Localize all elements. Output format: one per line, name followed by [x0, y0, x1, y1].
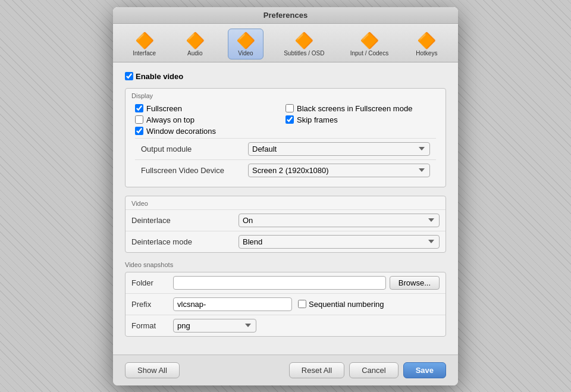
content-area: Enable video Display Fullscreen Always o… [113, 62, 458, 355]
audio-icon: 🔶 [186, 32, 205, 50]
skip-frames-checkbox[interactable] [286, 115, 294, 124]
save-button[interactable]: Save [403, 362, 446, 378]
fullscreen-device-control: Screen 1 (2560x1440) Screen 2 (1920x1080… [248, 164, 430, 177]
deinterlace-select[interactable]: Off On Automatic [239, 214, 440, 227]
deinterlace-row: Deinterlace Off On Automatic [126, 209, 445, 231]
toolbar-item-subtitles[interactable]: 🔶 Subtitles / OSD [278, 29, 330, 59]
deinterlace-mode-control: Blend Bob Discard Linear Mean X Yadif Ya… [239, 235, 440, 249]
toolbar-item-video[interactable]: 🔶 Video [228, 29, 263, 59]
sequential-label: Sequential numbering [309, 300, 384, 309]
bottom-right-buttons: Reset All Cancel Save [289, 362, 446, 378]
fullscreen-device-row: Fullscreen Video Device Screen 1 (2560x1… [135, 159, 436, 181]
fullscreen-row: Fullscreen [135, 104, 286, 113]
toolbar-item-input[interactable]: 🔶 Input / Codecs [345, 29, 394, 59]
deinterlace-mode-row: Deinterlace mode Blend Bob Discard Linea… [126, 231, 445, 252]
browse-button[interactable]: Browse... [390, 276, 440, 290]
sequential-check-row: Sequential numbering [298, 300, 384, 309]
deinterlace-mode-select[interactable]: Blend Bob Discard Linear Mean X Yadif Ya… [239, 235, 440, 249]
always-on-top-label: Always on top [146, 115, 194, 124]
black-screens-row: Black screens in Fullscreen mode [286, 104, 436, 113]
titlebar: Preferences [113, 7, 458, 24]
toolbar-item-audio[interactable]: 🔶 Audio [177, 29, 213, 59]
display-section: Display Fullscreen Always on top [125, 88, 446, 187]
toolbar-label-video: Video [238, 50, 253, 57]
checkboxes-right-col: Black screens in Fullscreen mode Skip fr… [286, 104, 436, 138]
toolbar-label-input: Input / Codecs [350, 50, 388, 57]
fullscreen-device-select[interactable]: Screen 1 (2560x1440) Screen 2 (1920x1080… [248, 164, 430, 177]
enable-video-label: Enable video [136, 72, 183, 81]
deinterlace-mode-label: Deinterlace mode [131, 237, 239, 246]
toolbar-label-audio: Audio [187, 50, 203, 57]
format-label: Format [131, 321, 173, 330]
folder-label: Folder [131, 278, 173, 287]
format-select[interactable]: png jpg tiff [173, 319, 256, 333]
folder-input[interactable] [173, 276, 386, 290]
snapshots-inner: Folder Browse... Prefix Sequential numbe… [125, 272, 446, 337]
sequential-checkbox[interactable] [298, 300, 306, 308]
toolbar-label-subtitles: Subtitles / OSD [284, 50, 324, 57]
input-icon: 🔶 [360, 32, 379, 50]
bottom-left-buttons: Show All [125, 362, 180, 378]
output-module-row: Output module Default OpenGL X11 DirectX [135, 138, 436, 159]
display-section-inner: Fullscreen Always on top Window decorati… [126, 102, 445, 187]
enable-video-row: Enable video [125, 72, 446, 81]
window-title: Preferences [263, 11, 308, 20]
snapshots-section-label: Video snapshots [125, 261, 446, 268]
toolbar-label-hotkeys: Hotkeys [416, 50, 437, 57]
black-screens-label: Black screens in Fullscreen mode [297, 104, 412, 113]
fullscreen-device-label: Fullscreen Video Device [141, 166, 248, 175]
snapshots-section: Video snapshots Folder Browse... Prefix … [125, 261, 446, 337]
enable-video-checkbox[interactable] [125, 72, 133, 80]
display-section-label: Display [126, 89, 445, 102]
toolbar-label-interface: Interface [133, 50, 156, 57]
window-decorations-row: Window decorations [135, 127, 286, 136]
subtitles-icon: 🔶 [294, 32, 313, 50]
format-row: Format png jpg tiff [126, 315, 445, 336]
prefix-input[interactable] [173, 297, 292, 311]
folder-row: Folder Browse... [126, 272, 445, 293]
deinterlace-control: Off On Automatic [239, 214, 440, 227]
interface-icon: 🔶 [135, 32, 154, 50]
output-module-control: Default OpenGL X11 DirectX [248, 142, 430, 156]
skip-frames-row: Skip frames [286, 115, 436, 124]
output-module-select[interactable]: Default OpenGL X11 DirectX [248, 142, 430, 156]
show-all-button[interactable]: Show All [125, 362, 180, 378]
window-decorations-label: Window decorations [146, 127, 216, 136]
toolbar-item-interface[interactable]: 🔶 Interface [127, 29, 162, 59]
black-screens-checkbox[interactable] [286, 104, 294, 112]
cancel-button[interactable]: Cancel [349, 362, 398, 378]
video-icon: 🔶 [236, 32, 255, 50]
window-decorations-checkbox[interactable] [135, 127, 143, 135]
video-section: Video Deinterlace Off On Automatic Deint… [125, 196, 446, 253]
checkboxes-two-col: Fullscreen Always on top Window decorati… [135, 104, 436, 138]
fullscreen-label: Fullscreen [146, 104, 182, 113]
prefix-label: Prefix [131, 300, 173, 309]
hotkeys-icon: 🔶 [417, 32, 436, 50]
toolbar: 🔶 Interface 🔶 Audio 🔶 Video 🔶 Subtitles … [113, 24, 458, 62]
deinterlace-label: Deinterlace [131, 216, 239, 225]
always-on-top-row: Always on top [135, 115, 286, 124]
checkboxes-left-col: Fullscreen Always on top Window decorati… [135, 104, 286, 138]
preferences-window: Preferences 🔶 Interface 🔶 Audio 🔶 Video … [113, 7, 458, 385]
output-module-label: Output module [141, 145, 248, 153]
prefix-row: Prefix Sequential numbering [126, 293, 445, 315]
fullscreen-checkbox[interactable] [135, 104, 143, 112]
toolbar-item-hotkeys[interactable]: 🔶 Hotkeys [409, 29, 444, 59]
always-on-top-checkbox[interactable] [135, 115, 143, 124]
video-section-label: Video [126, 196, 445, 209]
reset-all-button[interactable]: Reset All [289, 362, 344, 378]
skip-frames-label: Skip frames [297, 115, 338, 124]
bottom-bar: Show All Reset All Cancel Save [113, 355, 458, 385]
